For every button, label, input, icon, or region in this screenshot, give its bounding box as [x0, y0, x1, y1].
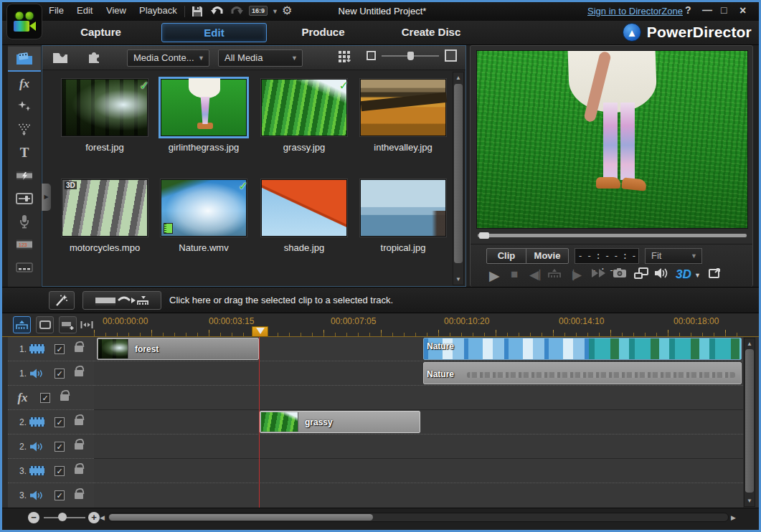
help-button[interactable]: ? — [685, 4, 691, 16]
track-lock-icon[interactable] — [75, 419, 83, 425]
clip-forest[interactable]: forest — [97, 338, 259, 360]
snap-toggle-button[interactable] — [77, 316, 95, 333]
library-item-forest[interactable]: ✓ forest.jpg — [62, 79, 151, 153]
track-row-audio2[interactable] — [94, 434, 743, 459]
track-row-fx[interactable] — [94, 386, 743, 410]
sidebar-item-effect-room[interactable]: fx — [8, 72, 41, 95]
sidebar-item-chapter-room[interactable]: 123 — [8, 233, 41, 256]
track-header-video1[interactable]: 1. ✓ — [8, 337, 94, 361]
timeline-zoom-thumb[interactable] — [58, 513, 67, 521]
library-item-motorcycles[interactable]: 3D motorcycles.mpo — [62, 179, 151, 254]
library-scrollbar[interactable]: ▲ ▼ — [453, 72, 464, 285]
zoom-slider-thumb[interactable] — [407, 52, 414, 60]
timeline-zoom-in-button[interactable]: + — [88, 512, 100, 523]
track-enable-checkbox[interactable]: ✓ — [55, 369, 65, 379]
next-frame-button[interactable]: ▶ — [572, 267, 582, 282]
playhead-marker[interactable] — [252, 326, 268, 337]
scroll-up-icon[interactable]: ▲ — [745, 341, 755, 347]
track-lock-icon[interactable] — [75, 493, 83, 499]
undock-preview-icon[interactable] — [709, 267, 722, 282]
storyboard-view-button[interactable] — [36, 316, 54, 333]
sort-view-icon[interactable] — [338, 50, 352, 66]
thumbnail-tropical[interactable] — [360, 179, 446, 237]
3d-caret-icon[interactable]: ▼ — [694, 272, 701, 279]
movie-mode-button[interactable]: Movie — [526, 248, 569, 264]
library-item-nature[interactable]: ✓ Nature.wmv — [161, 179, 250, 254]
sidebar-item-media-room[interactable] — [8, 47, 41, 72]
thumbnail-shade[interactable] — [261, 179, 347, 237]
tab-produce[interactable]: Produce — [282, 26, 364, 38]
track-row-audio1[interactable]: Nature — [94, 361, 743, 386]
track-enable-checkbox[interactable]: ✓ — [40, 393, 50, 403]
3d-mode-button[interactable]: 3D — [676, 267, 691, 282]
track-header-video2[interactable]: 2. ✓ — [8, 410, 94, 434]
menu-view[interactable]: View — [106, 5, 126, 16]
track-header-audio2[interactable]: 2. ✓ — [8, 434, 94, 459]
track-row-video1[interactable]: forest Nature — [94, 337, 743, 361]
tab-capture[interactable]: Capture — [60, 26, 142, 38]
track-header-fx[interactable]: fx ✓ — [8, 386, 94, 410]
library-flyout-handle[interactable]: ▶ — [42, 184, 51, 211]
library-item-girlinthegrass[interactable]: girlinthegrass.jpg — [161, 79, 250, 153]
maximize-button[interactable]: □ — [721, 4, 727, 16]
media-filter-dropdown[interactable]: All Media ▼ — [218, 49, 303, 67]
thumbnail-forest[interactable] — [62, 79, 148, 136]
sidebar-item-title-room[interactable]: T — [8, 141, 41, 164]
timeline-scrollbar[interactable]: ▲ ▼ — [744, 338, 755, 507]
drag-hint-text[interactable]: Click here or drag the selected clip to … — [169, 295, 393, 305]
aspect-caret-icon[interactable]: ▼ — [272, 5, 278, 18]
library-item-tropical[interactable]: tropical.jpg — [360, 179, 449, 254]
scroll-up-icon[interactable]: ▲ — [453, 75, 463, 81]
library-scrollbar-thumb[interactable] — [454, 84, 463, 263]
clip-nature-audio[interactable]: Nature — [423, 362, 742, 384]
import-media-icon[interactable] — [52, 50, 68, 67]
fast-forward-button[interactable] — [591, 267, 607, 282]
redo-icon[interactable] — [230, 6, 243, 19]
track-enable-checkbox[interactable]: ✓ — [55, 466, 65, 476]
scroll-down-icon[interactable]: ▼ — [453, 276, 463, 282]
track-enable-checkbox[interactable]: ✓ — [55, 344, 65, 354]
play-button[interactable]: ▶ — [489, 267, 500, 284]
track-lock-icon[interactable] — [75, 370, 83, 376]
timecode-display[interactable]: - - : - - : - - : - - — [575, 248, 639, 264]
track-lock-icon[interactable] — [60, 394, 69, 401]
minimize-button[interactable]: — — [702, 4, 712, 16]
settings-gear-icon[interactable]: ⚙ — [282, 4, 292, 17]
library-item-shade[interactable]: shade.jpg — [261, 179, 350, 254]
timeline-view-button[interactable] — [13, 316, 31, 333]
scroll-down-icon[interactable]: ▼ — [745, 498, 755, 504]
tab-create-disc[interactable]: Create Disc — [388, 26, 474, 38]
clip-mode-button[interactable]: Clip — [486, 248, 526, 264]
save-icon[interactable] — [192, 6, 203, 20]
library-item-inthevalley[interactable]: inthevalley.jpg — [360, 79, 449, 153]
sidebar-item-voiceover-room[interactable] — [8, 210, 41, 233]
menu-edit[interactable]: Edit — [77, 5, 93, 16]
thumbnail-nature[interactable] — [161, 179, 247, 237]
menu-file[interactable]: File — [49, 5, 64, 16]
thumbnail-grassy[interactable] — [261, 79, 347, 136]
preview-screen[interactable] — [476, 50, 748, 229]
stop-button[interactable]: ■ — [511, 267, 518, 282]
content-filter-dropdown[interactable]: Media Conte... ▼ — [127, 49, 209, 67]
tab-edit[interactable]: Edit — [161, 23, 267, 42]
small-thumbnails-icon[interactable] — [367, 51, 376, 60]
track-enable-checkbox[interactable]: ✓ — [55, 417, 65, 427]
preview-seek-bar[interactable] — [478, 234, 747, 237]
clip-grassy[interactable]: grassy — [260, 411, 420, 433]
track-header-video3[interactable]: 3. ✓ — [8, 459, 94, 483]
sidebar-item-particle-room[interactable] — [8, 118, 41, 141]
seek-marker-button[interactable] — [548, 267, 561, 282]
plugin-puzzle-icon[interactable] — [87, 49, 101, 67]
sidebar-item-transition-room[interactable] — [8, 164, 41, 187]
dual-preview-icon[interactable] — [634, 267, 648, 282]
timeline-ruler[interactable]: 00:00:00:00 00:00:03:15 00:00:07:05 00:0… — [94, 313, 743, 336]
track-enable-checkbox[interactable]: ✓ — [55, 490, 65, 500]
track-enable-checkbox[interactable]: ✓ — [55, 442, 65, 452]
thumbnail-girlinthegrass[interactable] — [161, 79, 247, 136]
track-lock-icon[interactable] — [75, 443, 83, 450]
volume-speaker-icon[interactable] — [654, 267, 668, 282]
track-header-audio3[interactable]: 3. ✓ — [8, 483, 94, 508]
thumbnail-motorcycles[interactable]: 3D — [62, 179, 148, 237]
track-row-video3[interactable] — [94, 459, 743, 483]
track-row-audio3[interactable] — [94, 483, 743, 508]
